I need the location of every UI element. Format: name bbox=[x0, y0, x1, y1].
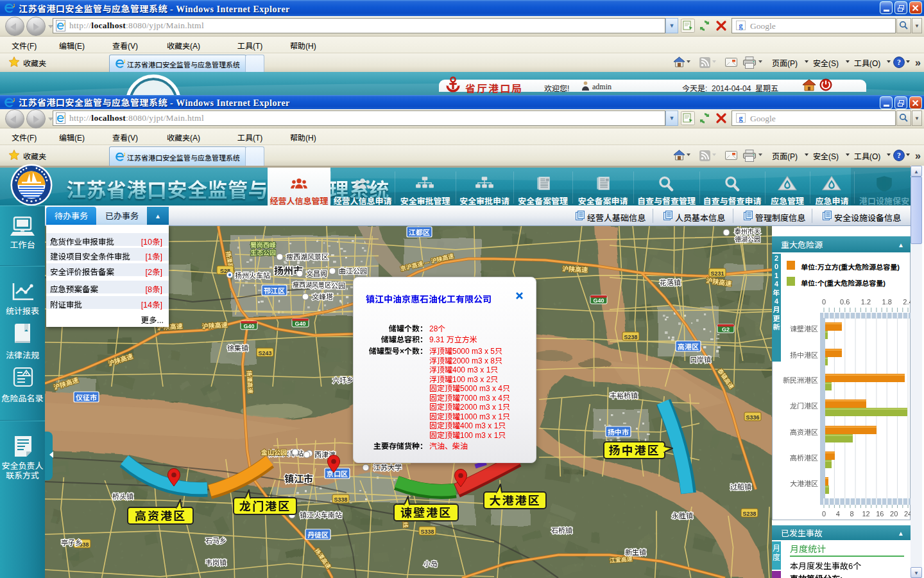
svg-text:德湖公园: 德湖公园 bbox=[735, 234, 760, 243]
svg-text:高资港区: 高资港区 bbox=[790, 426, 818, 437]
svg-text:新生镇: 新生镇 bbox=[625, 547, 646, 557]
svg-text:扬中港区: 扬中港区 bbox=[790, 349, 818, 360]
svg-text:1.8: 1.8 bbox=[882, 296, 892, 306]
svg-text:沪陕高速: 沪陕高速 bbox=[201, 319, 228, 331]
svg-text:高桥港区: 高桥港区 bbox=[790, 452, 818, 462]
svg-text:瘦西湖风景区: 瘦西湖风景区 bbox=[286, 251, 329, 261]
svg-text:沪陕高速: 沪陕高速 bbox=[562, 263, 588, 274]
svg-text:S243: S243 bbox=[258, 349, 271, 357]
svg-text:江苏大学: 江苏大学 bbox=[373, 462, 402, 472]
svg-text:高港区: 高港区 bbox=[678, 341, 699, 351]
svg-text:G40: G40 bbox=[593, 296, 604, 304]
svg-text:金山公园: 金山公园 bbox=[261, 447, 287, 457]
svg-text:S238: S238 bbox=[624, 333, 637, 341]
svg-text:1.2: 1.2 bbox=[861, 296, 871, 306]
svg-text:镇江火车南站: 镇江火车南站 bbox=[300, 509, 342, 520]
svg-text:镇江市: 镇江市 bbox=[284, 471, 313, 485]
svg-text:扬州火车站: 扬州火车站 bbox=[235, 270, 270, 280]
svg-text:石马乡: 石马乡 bbox=[205, 535, 227, 545]
svg-text:文峰塔: 文峰塔 bbox=[312, 291, 333, 301]
svg-text:龙门港区: 龙门港区 bbox=[239, 497, 291, 514]
svg-text:S338: S338 bbox=[420, 527, 434, 536]
svg-text:大港港区: 大港港区 bbox=[790, 478, 818, 488]
svg-text:邗江区: 邗江区 bbox=[264, 285, 285, 295]
svg-text:过船镇: 过船镇 bbox=[730, 481, 751, 491]
svg-text:石桥镇: 石桥镇 bbox=[551, 525, 572, 535]
svg-text:丰裕桥镇: 丰裕桥镇 bbox=[610, 390, 638, 400]
svg-text:小岛: 小岛 bbox=[424, 558, 438, 568]
svg-text:扬中港区: 扬中港区 bbox=[609, 441, 660, 458]
svg-text:?: ? bbox=[897, 151, 901, 160]
svg-text:20: 20 bbox=[890, 508, 898, 518]
svg-text:16: 16 bbox=[876, 508, 884, 518]
svg-text:六圩乡: 六圩乡 bbox=[332, 374, 354, 385]
svg-text:4: 4 bbox=[836, 508, 840, 518]
svg-text:龙门港区: 龙门港区 bbox=[790, 400, 818, 410]
svg-text:?: ? bbox=[897, 58, 901, 67]
svg-text:G2: G2 bbox=[722, 325, 730, 333]
svg-text:S231: S231 bbox=[710, 269, 724, 277]
svg-text:花落镇: 花落镇 bbox=[660, 277, 681, 287]
svg-text:文昌阁: 文昌阁 bbox=[306, 268, 327, 278]
svg-text:京口区: 京口区 bbox=[327, 468, 348, 478]
svg-text:曲江公园: 曲江公园 bbox=[339, 265, 367, 276]
svg-text:谏壁港区: 谏壁港区 bbox=[400, 504, 452, 520]
svg-text:12: 12 bbox=[862, 508, 869, 518]
svg-text:S238: S238 bbox=[742, 509, 756, 518]
svg-text:仪征市: 仪征市 bbox=[76, 392, 97, 402]
svg-text:S338: S338 bbox=[334, 495, 347, 504]
svg-text:S336: S336 bbox=[746, 413, 759, 421]
svg-text:0: 0 bbox=[822, 296, 826, 306]
svg-text:0: 0 bbox=[822, 508, 826, 518]
svg-text:G40: G40 bbox=[243, 322, 254, 330]
svg-text:8: 8 bbox=[850, 508, 854, 518]
svg-text:2.4: 2.4 bbox=[903, 296, 911, 306]
svg-text:口岸镇: 口岸镇 bbox=[690, 354, 711, 364]
svg-text:江都区: 江都区 bbox=[409, 227, 430, 237]
svg-text:韦岗镇: 韦岗镇 bbox=[205, 557, 227, 567]
svg-text:徐集镇: 徐集镇 bbox=[227, 342, 248, 353]
svg-text:高资港区: 高资港区 bbox=[135, 507, 186, 523]
svg-text:亭子乡: 亭子乡 bbox=[61, 537, 82, 547]
svg-text:0.6: 0.6 bbox=[840, 296, 850, 306]
svg-text:扬中市: 扬中市 bbox=[608, 426, 629, 437]
svg-text:扬溧高速: 扬溧高速 bbox=[245, 370, 255, 394]
svg-text:生态公园: 生态公园 bbox=[250, 247, 276, 257]
svg-text:永胜镇: 永胜镇 bbox=[672, 510, 693, 520]
svg-text:24: 24 bbox=[904, 508, 911, 518]
svg-text:瘦西湖风景区: 瘦西湖风景区 bbox=[293, 279, 331, 289]
svg-text:谏壁港区: 谏壁港区 bbox=[790, 323, 818, 333]
svg-text:丹徒区: 丹徒区 bbox=[307, 529, 329, 539]
svg-text:桥头镇: 桥头镇 bbox=[112, 491, 133, 501]
svg-text:G40: G40 bbox=[295, 319, 305, 328]
svg-text:大港港区: 大港港区 bbox=[490, 491, 541, 508]
svg-text:新民洲港区: 新民洲港区 bbox=[783, 374, 818, 385]
